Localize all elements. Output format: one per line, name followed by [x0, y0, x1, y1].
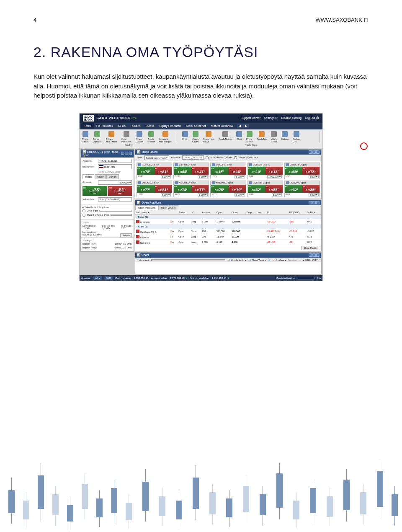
tile-bid[interactable]: Bid0.85752 [211, 185, 228, 193]
valuedate-select[interactable]: Spot (03-6lo-2012) [98, 197, 132, 201]
amount-input[interactable]: 500.000 ▾ [98, 180, 132, 185]
tile-amount[interactable]: 5.000 ▾ [309, 175, 319, 178]
nav-left-icon[interactable]: ◀ [237, 124, 242, 128]
add-related-checkbox[interactable] [206, 156, 209, 159]
tile-bid[interactable]: Bid1.32327 [285, 185, 302, 193]
menu-tab[interactable]: Equity Research [157, 123, 183, 129]
support-link[interactable]: Support Center [241, 116, 260, 120]
toolbar-button[interactable]: Accountand Margin [159, 131, 172, 143]
toolbar-button[interactable]: TradeMe [257, 131, 267, 143]
show-value-date-checkbox[interactable] [234, 156, 237, 159]
price-tile[interactable]: EURUSD, SpotBid1.33789Ask1.33819EUR5.000… [137, 163, 172, 179]
tile-ask[interactable]: Ask0.90775 [191, 185, 209, 193]
limit-pips-input[interactable] [99, 210, 132, 212]
nav-right-icon[interactable]: ▶ [243, 124, 249, 128]
instrument-input[interactable]: EURUSD [98, 164, 132, 169]
studies-select[interactable]: 📈 Studies ▾ [272, 258, 286, 261]
col-header[interactable]: % Price [307, 210, 321, 215]
detail-icon[interactable]: 📋▸ [170, 235, 174, 238]
chart-timeframe[interactable]: 📊 Hourly, Auto ▾ [227, 258, 246, 261]
menu-tab[interactable]: CFDs [116, 123, 128, 129]
tile-bid[interactable]: Bid0.93699 [285, 167, 302, 175]
col-header[interactable]: Close [231, 210, 246, 215]
tile-amount[interactable]: 5.000 ▾ [309, 193, 319, 196]
col-header[interactable]: Status [178, 210, 190, 215]
sell-button[interactable]: ▾ SELL [303, 258, 311, 261]
price-tile[interactable]: GBPUSD, SpotBid1.59446Ask1.59474GBP5.000… [173, 163, 209, 179]
tab-open-orders[interactable]: Open Orders [158, 205, 179, 210]
price-tile[interactable]: AUDUSD, SpotBid0.90742Ask0.90775AUD5.000… [173, 181, 209, 197]
toolbar-button[interactable]: TradeMaker [219, 131, 232, 143]
tile-bid[interactable]: Bid0.90742 [174, 185, 191, 193]
toolbar-button[interactable]: QuickChart [192, 131, 198, 143]
tile-amount[interactable]: 5.000 ▾ [161, 175, 171, 178]
tab-open-positions[interactable]: Open Positions [135, 205, 158, 210]
tile-bid[interactable]: Bid1.33789 [137, 167, 155, 175]
col-header[interactable]: Open [216, 210, 231, 215]
tile-bid[interactable]: Bid0.97770 [137, 185, 155, 193]
col-header[interactable]: Stop [246, 210, 256, 215]
buy-button[interactable]: BUY ▾ [312, 258, 320, 261]
tile-bid[interactable]: Bid1.21109 [248, 167, 265, 175]
toolbar-button[interactable]: ForexOptions [93, 131, 102, 143]
col-header[interactable]: Amount [201, 210, 216, 215]
tile-amount[interactable]: 5.000 ▾ [198, 175, 208, 178]
col-header[interactable]: Limit [256, 210, 266, 215]
maximize-icon[interactable] [312, 201, 316, 204]
toolbar-button[interactable]: StreamingNews [203, 131, 214, 143]
refresh-button[interactable]: Refresh [120, 233, 132, 238]
close-position-button[interactable]: Close Position [302, 246, 320, 250]
maximize-icon[interactable] [125, 152, 128, 155]
table-row[interactable]: Ericsson📋▸OpenLong20011,34011,92078 USD4… [135, 234, 321, 240]
price-tile[interactable]: USDJPY, SpotBid98.139Ask98.159USD5.000 ▾ [210, 163, 246, 179]
limit-checkbox[interactable] [82, 209, 85, 212]
select-instrument-button[interactable]: Select Instrument ▾ [144, 155, 169, 160]
minimize-icon[interactable] [121, 152, 124, 155]
toolbar-button[interactable]: OpenPositions [121, 131, 131, 143]
col-header[interactable]: L/S [190, 210, 201, 215]
tile-bid[interactable]: Bid1.59446 [174, 167, 191, 175]
minimize-icon[interactable] [309, 201, 312, 204]
stop-checkbox[interactable] [82, 214, 85, 217]
tile-ask[interactable]: Ask0.86557 [265, 185, 283, 193]
tile-ask[interactable]: Ask0.85792 [228, 185, 246, 193]
table-row[interactable]: EURUSD📋▸OpenLong5.0001,3344x1,3388x-62 U… [135, 219, 321, 225]
price-tile[interactable]: NZDUSD, SpotBid0.85752Ask0.85792NZD5.000… [210, 181, 246, 197]
minimize-icon[interactable] [309, 253, 312, 257]
tp-sl-toggle[interactable]: ▸ Take Profit / Stop Loss [82, 206, 132, 209]
price-tile[interactable]: USDCAD, SpotBid0.97770Ask0.97810USD5.000… [137, 181, 172, 197]
close-icon[interactable] [316, 150, 320, 154]
detail-icon[interactable]: 📋▸ [170, 230, 174, 232]
toolbar-button[interactable]: Chat [236, 131, 242, 143]
account-select[interactable]: TRIAL_2126266 [98, 159, 132, 163]
tile-bid[interactable]: Bid98.139 [211, 167, 228, 175]
settings-link[interactable]: Settings ⚙ [264, 116, 278, 120]
tile-amount[interactable]: 5.000 ▾ [234, 175, 245, 178]
logout-link[interactable]: Log Out ⏻ [305, 116, 319, 120]
tile-ask[interactable]: Ask1.33819 [155, 167, 172, 175]
tab-trade[interactable]: Trade [82, 174, 94, 179]
tile-ask[interactable]: Ask98.159 [228, 167, 246, 175]
table-row[interactable]: Carlsberg A/S B📋▸OpenShort200510,500560,… [135, 229, 321, 234]
close-icon[interactable] [316, 201, 320, 204]
col-header[interactable]: P/L (DKK) [289, 210, 307, 215]
minimize-icon[interactable] [309, 150, 312, 154]
chart-type-select[interactable]: 📊 Chart Type ▾ [248, 258, 266, 261]
group-row[interactable]: − CFDs (3) [135, 225, 321, 229]
group-row[interactable]: − Forex (1) [135, 215, 321, 219]
toolbar-button[interactable]: Chart [182, 131, 188, 143]
table-row[interactable]: Nokia Oyj📋▸OpenLong1.0004,1104,140-40 US… [135, 240, 321, 245]
margin-toggle[interactable]: ▴ Margin [82, 239, 132, 242]
col-header[interactable]: P/L [266, 210, 289, 215]
price-tile[interactable]: USDCHF, SpotBid0.93699Ask0.93731USD5.000… [284, 163, 320, 179]
price-tile[interactable]: EURGBP, SpotBid0.86527Ask0.86557EUR5.000… [247, 181, 283, 197]
menu-tab[interactable]: Forex [81, 123, 94, 129]
bid-button[interactable]: Bid1,33786Sell [82, 186, 107, 196]
price-tile[interactable]: EURJPY, SpotBid1.32327Ask1.33362EUR5.000… [284, 181, 320, 197]
toolbar-button[interactable]: Debug [281, 131, 289, 143]
tile-amount[interactable]: 5.000 ▾ [198, 193, 208, 196]
detail-icon[interactable]: 📋▸ [170, 220, 174, 223]
toolbar-button[interactable]: DebugGrid [293, 131, 300, 143]
close-icon[interactable] [316, 253, 320, 257]
tile-amount[interactable]: 5.000 ▾ [272, 193, 282, 196]
